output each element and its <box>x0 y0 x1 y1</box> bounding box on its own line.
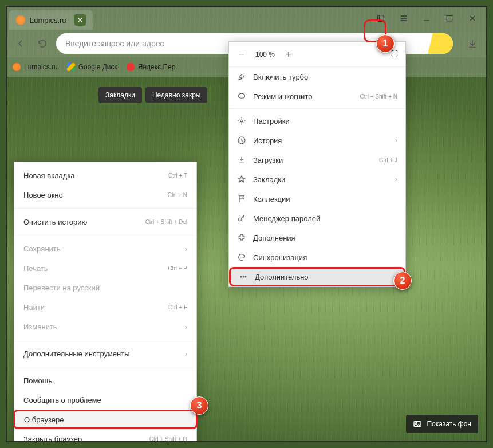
shortcut-hint: Ctrl + Shift + Del <box>145 219 187 225</box>
svg-point-5 <box>240 276 242 277</box>
svg-point-4 <box>239 218 242 221</box>
bookmark-label: Яндекс.Пер <box>138 63 176 71</box>
shortcut-hint: Ctrl + Shift + N <box>360 93 397 100</box>
submenu-clear[interactable]: Очистить историю Ctrl + Shift + Del <box>14 212 196 231</box>
menu-separator <box>14 367 196 367</box>
menu-label: Менеджер паролей <box>253 214 320 223</box>
key-icon <box>237 214 246 223</box>
submenu-about[interactable]: О браузере <box>13 410 198 429</box>
chevron-right-icon: › <box>185 323 187 331</box>
mask-icon <box>237 92 246 101</box>
submenu-translate[interactable]: Перевести на русский <box>14 278 196 297</box>
close-tab-button[interactable]: ✕ <box>74 14 86 26</box>
menu-label: Перевести на русский <box>23 284 100 292</box>
shortcut-hint: Ctrl + F <box>168 304 187 311</box>
chevron-right-icon: › <box>185 245 187 253</box>
submenu-tools[interactable]: Дополнительные инструменты › <box>14 344 196 363</box>
submenu-report[interactable]: Сообщить о проблеме <box>14 390 196 410</box>
bookmark-label: Google Диск <box>78 63 117 71</box>
gdrive-icon <box>67 63 75 71</box>
bookmark-lumpics[interactable]: Lumpics.ru <box>13 63 58 71</box>
menu-collections[interactable]: Коллекции <box>229 189 405 209</box>
menu-separator <box>14 208 196 209</box>
shortcut-hint: Ctrl + T <box>168 172 187 179</box>
menu-sync[interactable]: Синхронизация <box>229 247 405 267</box>
submenu-edit[interactable]: Изменить › <box>14 317 196 336</box>
bookmark-yandex[interactable]: Яндекс.Пер <box>127 63 176 71</box>
shortcut-hint: Ctrl + P <box>168 265 187 272</box>
minimize-button[interactable] <box>415 7 438 30</box>
menu-label: Закрыть браузер <box>23 435 82 443</box>
quick-bookmarks-button[interactable]: Закладки <box>98 87 142 103</box>
submenu-save[interactable]: Сохранить › <box>14 239 196 258</box>
menu-label: Синхронизация <box>253 253 307 262</box>
callout-badge-1: 1 <box>376 34 395 53</box>
menu-turbo[interactable]: Включить турбо <box>229 67 405 87</box>
svg-point-2 <box>240 120 243 122</box>
maximize-button[interactable] <box>438 7 461 30</box>
menu-label: Сохранить <box>23 245 61 253</box>
submenu-newwin[interactable]: Новое окно Ctrl + N <box>14 185 196 205</box>
titlebar: Lumpics.ru ✕ <box>7 7 486 30</box>
menu-label: О браузере <box>24 415 64 424</box>
hamburger-menu-button[interactable] <box>392 7 415 30</box>
star-icon <box>237 175 246 184</box>
show-background-button[interactable]: Показать фон <box>406 415 478 433</box>
chevron-right-icon: › <box>185 349 187 358</box>
menu-separator <box>14 340 196 340</box>
back-button[interactable] <box>13 36 29 52</box>
menu-settings[interactable]: Настройки <box>229 111 405 131</box>
lumpics-icon <box>13 63 21 71</box>
fullscreen-button[interactable] <box>391 49 399 59</box>
close-window-button[interactable] <box>461 7 484 30</box>
flag-icon <box>237 194 246 203</box>
menu-downloads[interactable]: Загрузки Ctrl + J <box>229 150 405 170</box>
menu-label: Режим инкогнито <box>253 92 312 101</box>
callout-badge-3: 3 <box>190 396 208 415</box>
clock-icon <box>237 136 246 145</box>
submenu-close[interactable]: Закрыть браузер Ctrl + Shift + Q <box>14 429 196 442</box>
svg-point-6 <box>243 276 244 277</box>
menu-label: Загрузки <box>253 156 283 164</box>
reader-mode-button[interactable] <box>369 7 392 30</box>
reload-button[interactable] <box>34 36 50 52</box>
shortcut-hint: Ctrl + J <box>379 157 397 163</box>
downloads-button[interactable] <box>464 36 480 52</box>
puzzle-icon <box>237 233 246 242</box>
menu-label: Найти <box>23 303 45 312</box>
menu-label: Помощь <box>23 376 52 385</box>
menu-label: История <box>253 136 282 145</box>
zoom-in-button[interactable]: + <box>283 49 294 60</box>
zoom-out-button[interactable]: − <box>236 49 247 60</box>
svg-rect-0 <box>378 15 384 22</box>
chevron-right-icon: › <box>395 175 397 183</box>
submenu-newtab[interactable]: Новая вкладка Ctrl + T <box>14 166 196 185</box>
yandex-icon <box>127 63 135 71</box>
menu-more[interactable]: Дополнительно › <box>229 267 405 286</box>
browser-tab[interactable]: Lumpics.ru ✕ <box>9 10 93 30</box>
chevron-right-icon: › <box>395 136 397 144</box>
submenu-print[interactable]: Печать Ctrl + P <box>14 258 196 278</box>
menu-history[interactable]: История › <box>229 131 405 150</box>
menu-label: Настройки <box>253 117 290 125</box>
bookmark-label: Lumpics.ru <box>24 63 58 71</box>
menu-passwords[interactable]: Менеджер паролей <box>229 209 405 228</box>
submenu-find[interactable]: Найти Ctrl + F <box>14 297 196 317</box>
bookmark-gdrive[interactable]: Google Диск <box>67 63 117 71</box>
callout-badge-2: 2 <box>393 272 412 290</box>
rocket-icon <box>237 72 246 81</box>
menu-label: Сообщить о проблеме <box>23 396 101 404</box>
menu-incognito[interactable]: Режим инкогнито Ctrl + Shift + N <box>229 87 405 106</box>
submenu-help[interactable]: Помощь <box>14 371 196 390</box>
gear-icon <box>237 116 246 125</box>
tab-title: Lumpics.ru <box>30 16 66 25</box>
menu-bookmarks[interactable]: Закладки › <box>229 170 405 189</box>
menu-label: Новое окно <box>23 191 63 199</box>
menu-label: Печать <box>23 264 48 273</box>
menu-label: Дополнения <box>253 234 295 242</box>
quick-recent-button[interactable]: Недавно закры <box>145 87 208 103</box>
menu-addons[interactable]: Дополнения <box>229 228 405 247</box>
more-submenu: Новая вкладка Ctrl + T Новое окно Ctrl +… <box>14 162 197 442</box>
ellipsis-icon <box>239 272 248 281</box>
menu-label: Новая вкладка <box>23 171 75 180</box>
